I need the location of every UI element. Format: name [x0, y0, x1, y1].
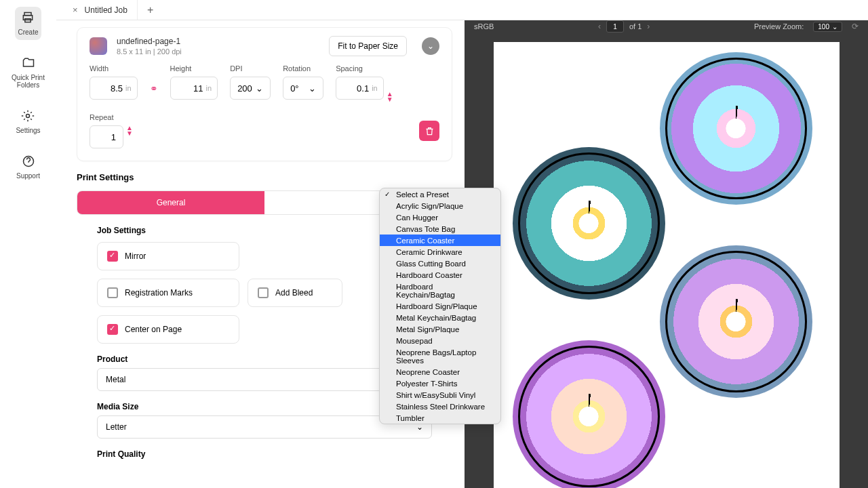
prev-page-icon[interactable]: ‹	[598, 22, 601, 31]
add-tab-button[interactable]: +	[138, 4, 163, 16]
preset-option[interactable]: Polyester T-Shirts	[380, 378, 500, 389]
design-1	[660, 52, 812, 205]
mirror-option[interactable]: Mirror	[97, 242, 239, 270]
tab-bar: × Untitled Job +	[56, 0, 868, 20]
dpi-select[interactable]: 200⌄	[230, 77, 271, 100]
checkbox-icon[interactable]	[258, 287, 269, 298]
sidebar-settings[interactable]: Settings	[13, 105, 43, 138]
preset-option[interactable]: Metal Keychain/Bagtag	[380, 312, 500, 323]
sidebar-create[interactable]: Create	[15, 7, 41, 40]
paper-preview	[494, 42, 840, 488]
page-name: undefined-page-1	[117, 37, 319, 46]
sidebar-label: Support	[16, 172, 40, 180]
design-3	[660, 245, 812, 398]
fit-to-paper-button[interactable]: Fit to Paper Size	[329, 36, 407, 56]
printer-icon	[21, 11, 35, 24]
dpi-label: DPI	[230, 64, 271, 73]
center-option[interactable]: Center on Page	[97, 315, 239, 344]
tab-title: Untitled Job	[85, 5, 127, 15]
preset-option[interactable]: Ceramic Drinkware	[380, 246, 500, 258]
gear-icon	[21, 109, 35, 123]
checkbox-icon[interactable]	[107, 324, 118, 335]
refresh-icon[interactable]: ⟳	[852, 22, 859, 31]
svg-point-3	[26, 115, 30, 118]
preset-option[interactable]: Select a Preset	[380, 188, 500, 200]
height-input[interactable]: in	[170, 77, 218, 100]
preset-option[interactable]: Hardboard Sign/Plaque	[380, 300, 500, 312]
preset-option[interactable]: Shirt w/EasySubli Vinyl	[380, 389, 500, 401]
preset-option[interactable]: Neoprene Coaster	[380, 366, 500, 378]
preset-option[interactable]: Stainless Steel Drinkware	[380, 401, 500, 412]
spacing-label: Spacing	[336, 64, 393, 73]
expand-icon[interactable]: ⌄	[422, 37, 439, 55]
preview-panel: sRGB ‹ 1 of 1 › Preview Zoom: 100⌄ ⟳	[465, 20, 868, 488]
preset-option[interactable]: Glass Cutting Board	[380, 258, 500, 269]
checkbox-icon[interactable]	[107, 251, 118, 262]
preset-option[interactable]: Canvas Tote Bag	[380, 223, 500, 235]
height-label: Height	[170, 64, 218, 73]
page-number-input[interactable]: 1	[606, 20, 624, 33]
job-tab[interactable]: × Untitled Job	[63, 0, 138, 20]
step-down-icon[interactable]: ▼	[126, 131, 133, 136]
page-card: undefined-page-1 8.5 x 11 in | 200 dpi F…	[77, 27, 452, 161]
preview-toolbar: sRGB ‹ 1 of 1 › Preview Zoom: 100⌄ ⟳	[465, 20, 868, 33]
help-icon	[22, 155, 35, 168]
preset-option[interactable]: Hardboard Coaster	[380, 269, 500, 281]
sidebar-label: Create	[18, 28, 38, 36]
preset-option[interactable]: Metal Sign/Plaque	[380, 323, 500, 335]
page-thumbnail	[90, 37, 107, 55]
repeat-label: Repeat	[90, 113, 133, 121]
page-of: of 1	[629, 22, 642, 30]
width-label: Width	[90, 64, 138, 73]
regmarks-option[interactable]: Registration Marks	[97, 279, 239, 307]
close-icon[interactable]: ×	[73, 5, 78, 15]
preset-dropdown[interactable]: Select a PresetAcrylic Sign/PlaqueCan Hu…	[379, 188, 501, 424]
zoom-select[interactable]: 100⌄	[813, 22, 842, 32]
preset-option[interactable]: Tumbler	[380, 412, 500, 424]
zoom-label: Preview Zoom:	[754, 22, 804, 30]
rotation-select[interactable]: 0°⌄	[283, 77, 323, 100]
left-sidebar: Create Quick Print Folders Settings Supp…	[0, 0, 56, 488]
tab-general[interactable]: General	[77, 191, 264, 214]
page-meta: 8.5 x 11 in | 200 dpi	[117, 47, 319, 56]
print-settings-title: Print Settings	[77, 172, 452, 182]
preset-option[interactable]: Ceramic Coaster	[380, 235, 500, 246]
sidebar-label: Quick Print Folders	[3, 74, 54, 89]
colorspace-label: sRGB	[474, 22, 494, 30]
folder-icon	[22, 56, 35, 70]
quality-label: Print Quality	[97, 449, 452, 459]
width-input[interactable]: in	[90, 77, 138, 100]
next-page-icon[interactable]: ›	[647, 22, 650, 31]
link-icon[interactable]: ⚭	[150, 83, 158, 102]
preview-canvas	[465, 33, 868, 488]
preset-option[interactable]: Hardboard Keychain/Bagtag	[380, 281, 500, 300]
preset-option[interactable]: Mousepad	[380, 335, 500, 346]
design-4	[513, 340, 665, 488]
checkbox-icon[interactable]	[107, 287, 118, 298]
sidebar-support[interactable]: Support	[14, 150, 43, 184]
design-2	[513, 147, 665, 300]
preset-option[interactable]: Acrylic Sign/Plaque	[380, 200, 500, 211]
preset-option[interactable]: Neoprene Bags/Laptop Sleeves	[380, 346, 500, 366]
svg-rect-2	[25, 19, 31, 22]
sidebar-quickprint[interactable]: Quick Print Folders	[0, 52, 56, 93]
rotation-label: Rotation	[283, 64, 323, 73]
delete-button[interactable]	[419, 121, 439, 141]
step-down-icon[interactable]: ▼	[387, 97, 393, 102]
preset-option[interactable]: Can Hugger	[380, 211, 500, 223]
bleed-option[interactable]: Add Bleed	[248, 279, 342, 307]
sidebar-label: Settings	[16, 127, 40, 134]
repeat-input[interactable]	[90, 125, 123, 148]
spacing-input[interactable]: in	[336, 77, 384, 100]
